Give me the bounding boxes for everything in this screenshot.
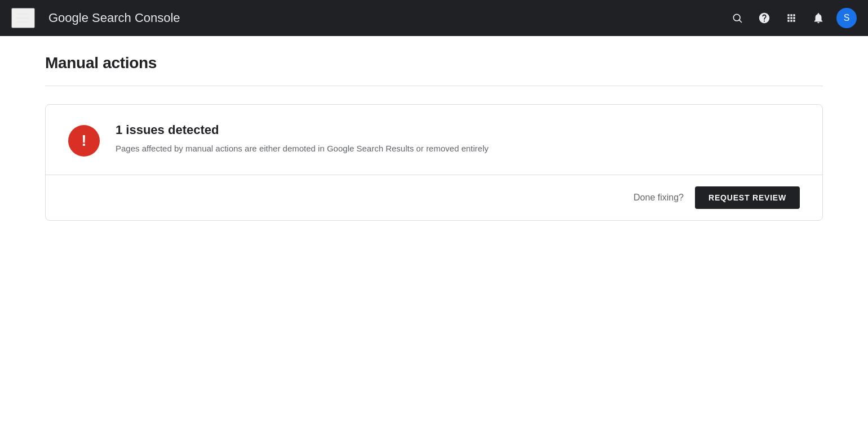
navbar-right: S [726, 7, 857, 29]
main-content: Manual actions ! 1 issues detected Pages… [0, 36, 868, 437]
done-fixing-label: Done fixing? [634, 193, 684, 203]
content-area: ! 1 issues detected Pages affected by ma… [0, 86, 868, 239]
card-footer: Done fixing? REQUEST REVIEW [46, 175, 822, 220]
search-icon [732, 12, 743, 24]
issues-card: ! 1 issues detected Pages affected by ma… [45, 104, 823, 221]
page-header: Manual actions [0, 36, 868, 86]
svg-line-1 [739, 20, 742, 23]
error-icon-symbol: ! [81, 132, 86, 150]
request-review-button[interactable]: REQUEST REVIEW [695, 186, 800, 209]
navbar: Google Search Console [0, 0, 868, 36]
apps-icon [786, 12, 797, 24]
help-icon [758, 12, 770, 24]
error-icon-circle: ! [68, 125, 100, 157]
card-body: ! 1 issues detected Pages affected by ma… [46, 105, 822, 175]
issues-title: 1 issues detected [116, 123, 489, 137]
card-text: 1 issues detected Pages affected by manu… [116, 123, 489, 155]
page-title: Manual actions [45, 54, 823, 72]
menu-icon[interactable] [11, 8, 35, 28]
help-button[interactable] [753, 7, 776, 29]
notifications-button[interactable] [807, 7, 830, 29]
avatar-button[interactable]: S [836, 8, 857, 28]
issues-description: Pages affected by manual actions are eit… [116, 142, 489, 155]
navbar-left: Google Search Console [11, 8, 180, 28]
search-button[interactable] [726, 7, 749, 29]
apps-button[interactable] [780, 7, 803, 29]
brand-google: Google [48, 11, 88, 25]
brand-title: Google Search Console [48, 11, 180, 25]
notifications-icon [812, 12, 825, 24]
svg-point-0 [733, 14, 740, 21]
avatar-letter: S [844, 13, 850, 23]
brand-rest: Search Console [88, 11, 180, 25]
